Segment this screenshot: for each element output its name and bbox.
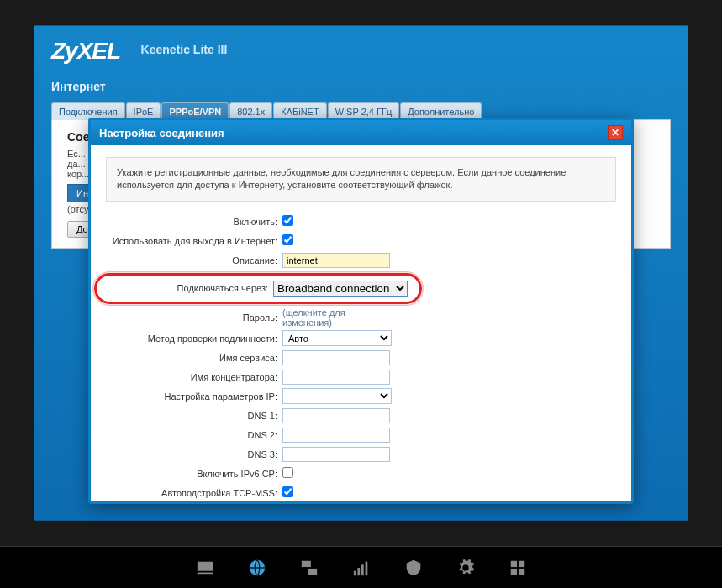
network-icon[interactable] [298, 558, 321, 578]
password-label: Пароль: [106, 312, 282, 323]
ipv6cp-label: Включить IPv6 CP: [106, 469, 282, 479]
modal-titlebar: Настройка соединения ✕ [91, 120, 631, 145]
svg-rect-5 [361, 564, 364, 575]
concentrator-label: Имя концентратора: [106, 372, 282, 382]
svg-rect-10 [518, 568, 524, 574]
shield-icon[interactable] [402, 558, 425, 578]
enable-checkbox[interactable] [282, 215, 293, 226]
password-change-link[interactable]: (щелкните для изменения) [282, 307, 345, 328]
svg-rect-9 [510, 568, 516, 574]
enable-label: Включить: [106, 217, 282, 227]
dns1-input[interactable] [282, 408, 390, 423]
description-label: Описание: [106, 255, 282, 265]
svg-rect-1 [301, 560, 310, 566]
tcpmss-label: Автоподстройка TCP-MSS: [106, 488, 282, 498]
dns2-label: DNS 2: [106, 430, 282, 440]
description-input[interactable] [282, 253, 390, 268]
dns3-input[interactable] [282, 447, 390, 462]
brand-logo: ZyXEL [51, 38, 120, 65]
close-icon[interactable]: ✕ [608, 125, 623, 140]
bottom-toolbar [0, 546, 722, 588]
dns2-input[interactable] [282, 428, 390, 443]
apps-icon[interactable] [506, 558, 530, 578]
dns1-label: DNS 1: [106, 411, 282, 421]
svg-rect-6 [365, 561, 367, 575]
service-input[interactable] [282, 350, 390, 365]
gear-icon[interactable] [454, 558, 477, 578]
modal-body: Укажите регистрационные данные, необходи… [91, 145, 631, 501]
connect-via-highlight: Подключаться через: Broadband connection… [94, 273, 422, 304]
header: ZyXEL Keenetic Lite III [34, 26, 688, 76]
ipv6cp-checkbox[interactable] [282, 467, 293, 478]
dns3-label: DNS 3: [106, 449, 282, 459]
concentrator-input[interactable] [282, 370, 390, 385]
svg-rect-4 [357, 568, 360, 575]
use-internet-label: Использовать для выхода в Интернет: [106, 236, 282, 246]
ip-config-select[interactable] [282, 388, 392, 404]
modal-title-text: Настройка соединения [99, 127, 224, 139]
hint-box: Укажите регистрационные данные, необходи… [106, 157, 616, 202]
auth-select[interactable]: Авто [282, 330, 392, 346]
connection-settings-modal: Настройка соединения ✕ Укажите регистрац… [88, 118, 634, 504]
svg-rect-7 [510, 560, 516, 566]
wifi-bars-icon[interactable] [350, 558, 373, 578]
svg-rect-2 [308, 568, 317, 574]
svg-rect-8 [518, 560, 524, 566]
svg-rect-3 [353, 570, 356, 575]
auth-label: Метод проверки подлинности: [106, 333, 282, 344]
page-title: Интернет [34, 76, 688, 102]
use-internet-checkbox[interactable] [282, 234, 293, 245]
tab-row: ПодключенияIPoEPPPoE/VPN802.1xКАБiNETWIS… [34, 102, 688, 119]
connect-via-label: Подключаться через: [108, 283, 273, 293]
service-label: Имя сервиса: [106, 353, 282, 363]
model-name: Keenetic Lite III [141, 43, 228, 56]
connect-via-select[interactable]: Broadband connection (ISP) [273, 281, 408, 297]
ip-config-label: Настройка параметров IP: [106, 391, 282, 402]
monitor-icon[interactable] [193, 558, 217, 578]
tcpmss-checkbox[interactable] [282, 486, 293, 497]
globe-icon[interactable] [245, 558, 269, 578]
